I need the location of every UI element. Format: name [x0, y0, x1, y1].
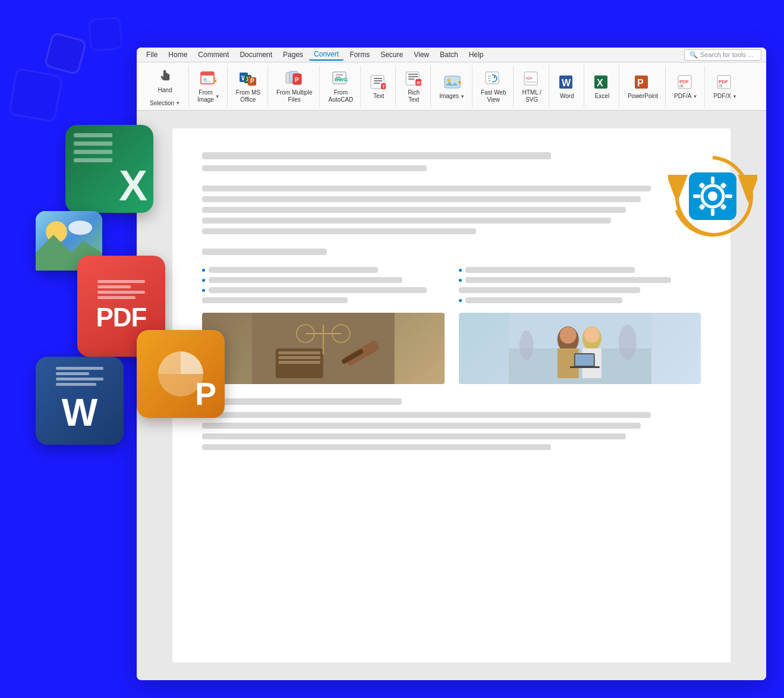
photo-floating-icon	[36, 211, 102, 271]
word-button[interactable]: W Word	[554, 71, 580, 102]
excel-ribbon-label: Excel	[595, 93, 609, 100]
from-multiple-files-group: P From MultipleFiles	[269, 65, 320, 107]
body-line-5	[202, 228, 476, 234]
right-bullet-line-3	[465, 297, 623, 303]
selection-button[interactable]: Selection ▼	[146, 98, 184, 108]
pdfa-dropdown: ▼	[693, 94, 698, 99]
pdfa-group: PDF /A PDF/A ▼	[667, 65, 705, 107]
svg-text:/X: /X	[719, 84, 723, 88]
powerpoint-button[interactable]: P PowerPoint	[624, 71, 662, 102]
from-autocad-icon: DWG	[331, 69, 350, 88]
svg-point-60	[618, 325, 636, 360]
menu-pages[interactable]: Pages	[278, 49, 308, 60]
bottom-line-1	[202, 398, 402, 405]
left-column	[202, 267, 445, 384]
svg-rect-1	[201, 72, 214, 76]
title-line-2	[202, 165, 427, 171]
menu-help[interactable]: Help	[464, 49, 489, 60]
menu-home[interactable]: Home	[163, 49, 192, 60]
html-svg-icon: </>	[522, 69, 541, 88]
from-autocad-group: DWG FromAutoCAD	[321, 65, 361, 107]
svg-point-22	[447, 78, 451, 82]
section-title	[202, 249, 327, 255]
images-button[interactable]: Images ▼	[436, 71, 468, 102]
hand-button[interactable]: Hand	[152, 65, 178, 96]
menu-view[interactable]: View	[409, 49, 434, 60]
svg-text:</>: </>	[525, 76, 533, 81]
selection-label: Selection	[150, 100, 174, 106]
svg-point-63	[46, 221, 67, 243]
right-column	[459, 267, 701, 384]
text-icon: T	[369, 73, 388, 92]
menu-forms[interactable]: Forms	[345, 49, 374, 60]
fast-web-view-label: Fast WebView	[481, 89, 506, 103]
svg-point-56	[584, 327, 599, 342]
excel-button[interactable]: X Excel	[589, 71, 615, 102]
text-label: Text	[373, 93, 384, 100]
from-image-dropdown: ▼	[215, 94, 220, 99]
from-autocad-button[interactable]: DWG FromAutoCAD	[325, 67, 357, 105]
bullet-3	[202, 289, 205, 292]
svg-text:/A: /A	[679, 84, 684, 88]
from-ms-office-button[interactable]: W X P From MSOffice	[232, 67, 264, 105]
pdfa-button[interactable]: PDF /A PDF/A ▼	[670, 71, 701, 102]
body-line-2	[202, 196, 641, 202]
powerpoint-ribbon-label: PowerPoint	[628, 93, 658, 100]
rich-text-group: RT RichText	[397, 65, 431, 107]
menu-file[interactable]: File	[141, 49, 162, 60]
bottom-line-3	[202, 423, 641, 429]
images-label: Images	[439, 93, 459, 100]
rich-text-button[interactable]: RT RichText	[401, 67, 427, 105]
fast-web-view-icon	[484, 69, 503, 88]
body-line-3	[202, 207, 626, 213]
menu-convert[interactable]: Convert	[309, 49, 344, 61]
from-ms-office-label: From MSOffice	[236, 89, 260, 103]
main-window: File Home Comment Document Pages Convert…	[137, 48, 766, 680]
from-multiple-files-button[interactable]: P From MultipleFiles	[273, 67, 316, 105]
svg-point-64	[68, 221, 92, 235]
pdfx-icon: PDF /X	[716, 73, 735, 92]
left-bullet-line-3	[209, 287, 427, 293]
pdfx-label: PDF/X	[713, 93, 731, 100]
document-page	[172, 128, 731, 662]
bullet-1	[202, 269, 205, 272]
left-sub-line	[202, 297, 348, 303]
right-sub-line-1	[459, 287, 641, 293]
powerpoint-group: P PowerPoint	[621, 65, 666, 107]
svg-rect-42	[279, 361, 320, 364]
pdfa-icon: PDF /A	[676, 73, 695, 92]
menu-comment[interactable]: Comment	[193, 49, 234, 60]
menu-bar: File Home Comment Document Pages Convert…	[137, 48, 766, 62]
fast-web-view-button[interactable]: Fast WebView	[477, 67, 510, 105]
from-autocad-label: FromAutoCAD	[328, 89, 353, 103]
bottom-line-4	[202, 433, 626, 439]
from-ms-office-group: W X P From MSOffice	[229, 65, 268, 107]
menu-secure[interactable]: Secure	[376, 49, 408, 60]
right-bullet-line-2	[465, 277, 671, 283]
excel-group: X Excel	[585, 65, 619, 107]
title-line-1	[202, 152, 551, 159]
pdfx-button[interactable]: PDF /X PDF/X ▼	[710, 71, 740, 102]
excel-ribbon-icon: X	[593, 73, 612, 92]
from-multiple-files-label: From MultipleFiles	[276, 89, 313, 103]
office-image	[459, 313, 701, 384]
svg-rect-59	[569, 366, 599, 368]
svg-text:RT: RT	[417, 80, 423, 86]
html-svg-group: </> HTML /SVG	[515, 65, 549, 107]
svg-point-61	[519, 331, 533, 360]
from-ms-office-icon: W X P	[238, 69, 257, 88]
from-multiple-files-icon: P	[285, 69, 304, 88]
search-box[interactable]: 🔍 Search for tools ...	[684, 49, 761, 61]
svg-text:P: P	[295, 77, 299, 83]
two-column-section	[202, 267, 701, 384]
menu-batch[interactable]: Batch	[435, 49, 463, 60]
html-svg-button[interactable]: </> HTML /SVG	[518, 67, 544, 105]
text-button[interactable]: T Text	[366, 71, 392, 102]
menu-document[interactable]: Document	[235, 49, 277, 60]
pdfx-group: PDF /X PDF/X ▼	[706, 65, 744, 107]
right-bullet-3	[459, 299, 462, 302]
images-dropdown: ▼	[460, 94, 465, 99]
svg-rect-58	[575, 354, 593, 366]
from-image-button[interactable]: FromImage ▼	[194, 67, 223, 105]
svg-text:P: P	[250, 78, 254, 84]
